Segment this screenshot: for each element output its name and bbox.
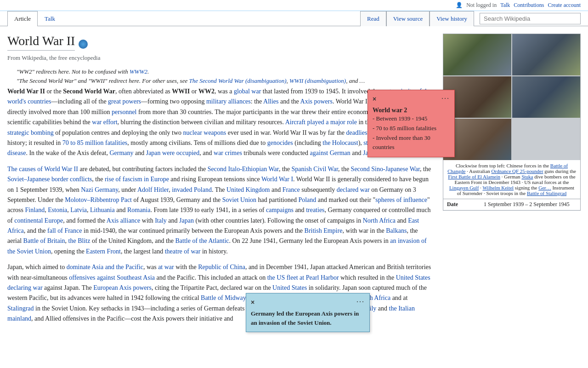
talk-link[interactable]: Talk: [500, 2, 510, 9]
popup-red-close-button[interactable]: ×: [373, 95, 376, 103]
infobox-label-date: Date: [443, 199, 480, 210]
war-effort-link[interactable]: war effort: [92, 119, 117, 126]
tab-read[interactable]: Read: [360, 11, 386, 26]
contributions-link[interactable]: Contributions: [514, 2, 544, 9]
lingayen-link[interactable]: Lingayen Gulf: [449, 185, 479, 190]
disease-link[interactable]: disease: [7, 150, 26, 156]
personnel-link[interactable]: personnel: [112, 109, 136, 115]
holocaust-link[interactable]: the Holocaust: [322, 139, 358, 146]
republic-china-link[interactable]: Republic of China: [198, 264, 245, 270]
north-africa-link[interactable]: North Africa: [363, 217, 396, 224]
create-account-link[interactable]: Create account: [548, 2, 581, 9]
battle-midway-link[interactable]: Battle of Midway: [201, 294, 246, 301]
battle-atlantic-link[interactable]: Battle of the Atlantic: [175, 237, 229, 244]
declared-war-link[interactable]: declared war: [337, 186, 370, 193]
fall-of-france-link[interactable]: fall of France: [47, 227, 82, 234]
fascism-link[interactable]: rise of fascism in Europe: [105, 176, 169, 183]
balkans-link[interactable]: Balkans: [386, 227, 407, 234]
popup-red-line-3: - Involved more than 30 countries: [373, 133, 450, 153]
strategic-bombing-link[interactable]: strategic bombing: [7, 129, 54, 136]
soviet-japanese-link[interactable]: Soviet–Japanese border conflicts: [7, 176, 92, 183]
surrender-link[interactable]: Ger…: [538, 185, 551, 190]
second-ww-bold: Second World War: [63, 88, 115, 95]
against-german-link[interactable]: against German: [310, 150, 351, 156]
allies-link[interactable]: Allies: [263, 98, 278, 105]
dominate-asia-link[interactable]: dominate Asia and the Pacific: [67, 264, 143, 270]
popup-red-dots-button[interactable]: ···: [441, 95, 450, 103]
romania-link[interactable]: Romania: [127, 207, 151, 213]
eastern-front-link[interactable]: Eastern Front: [86, 248, 121, 255]
japan2-link[interactable]: Japan: [179, 217, 194, 224]
finland-link[interactable]: Finland: [25, 207, 45, 213]
nuclear-weapons-link[interactable]: nuclear weapons: [183, 129, 226, 136]
stuka-link[interactable]: Stuka: [521, 174, 533, 179]
popup-red-title: World war 2: [373, 107, 450, 114]
battle-stalingrad-link[interactable]: Battle of Stalingrad: [527, 190, 566, 196]
infobox-row-date: Date 1 September 1939 – 2 September 1945: [443, 199, 580, 210]
spanish-civil-war-link[interactable]: Spanish Civil War: [292, 166, 339, 172]
treaties-link[interactable]: treaties: [306, 207, 324, 213]
tab-view-source[interactable]: View source: [386, 11, 430, 26]
france-link[interactable]: France: [283, 186, 300, 193]
infobox-caption-text: Clockwise from top left: Chinese forces …: [447, 163, 576, 196]
paragraph-2: The causes of World War II are debated, …: [7, 164, 434, 257]
campaigns-link[interactable]: campaigns: [266, 207, 294, 213]
war-crimes-link[interactable]: war crimes: [214, 150, 242, 156]
italy-link[interactable]: Italy: [155, 217, 167, 224]
united-states-link[interactable]: United States: [272, 284, 307, 291]
molotov-link[interactable]: Molotov–Ribbentrop Pact: [65, 196, 132, 203]
tab-talk[interactable]: Talk: [38, 11, 62, 26]
axis-alliance-link[interactable]: Axis alliance: [107, 217, 140, 224]
at-war-link[interactable]: at war: [158, 264, 174, 270]
great-powers-link[interactable]: great powers: [108, 98, 141, 105]
sino-japanese-link[interactable]: Second Sino-Japanese War: [351, 166, 420, 172]
popup-blue-close-button[interactable]: ×: [251, 299, 254, 306]
aircraft-link[interactable]: Aircraft played a major role: [285, 119, 357, 126]
genocides-link[interactable]: genocides: [267, 139, 293, 146]
british-empire-link[interactable]: British Empire: [305, 227, 343, 234]
italo-ethiopian-link[interactable]: Second Italo-Ethiopian War: [208, 166, 279, 172]
fatalities-link[interactable]: 70 to 85 million fatalities: [62, 139, 128, 146]
hatnote-1: "WW2" redirects here. Not to be confused…: [7, 68, 434, 75]
uk-link[interactable]: United Kingdom: [226, 186, 270, 193]
disambiguation-link-1[interactable]: The Second World War (disambiguation): [189, 77, 286, 84]
lithuania-link[interactable]: Lithuania: [90, 207, 115, 213]
axis-powers-link[interactable]: Axis powers: [300, 98, 333, 105]
spheres-link[interactable]: spheres of influence: [375, 196, 427, 203]
infobox-images: [443, 34, 580, 160]
top-bar: 👤 Not logged in Talk Contributions Creat…: [0, 0, 588, 11]
popup-red-line-2: - 70 to 85 million fatalities: [373, 124, 450, 133]
ordnance-link[interactable]: Ordnance QF 25-pounder: [492, 168, 543, 174]
battle-britain-link[interactable]: Battle of Britain: [23, 237, 65, 244]
germany-link[interactable]: Germany: [109, 150, 133, 156]
theatre-link[interactable]: theatre of war: [165, 248, 201, 255]
estonia-link[interactable]: Estonia: [48, 207, 67, 213]
japan-link[interactable]: Japan were occupied: [146, 150, 200, 156]
stalingrad-link[interactable]: Stalingrad: [7, 305, 34, 312]
pearl-harbor-link[interactable]: the US fleet at Pearl Harbor: [267, 274, 339, 281]
first-battle-link[interactable]: First Battle of El Alamein: [448, 174, 500, 179]
search-input[interactable]: [480, 13, 581, 24]
global-war-link[interactable]: global war: [234, 88, 261, 95]
www2-link[interactable]: WWW2: [130, 68, 147, 75]
keitel-link[interactable]: Wilhelm Keitel: [482, 185, 514, 190]
tab-article[interactable]: Article: [7, 11, 38, 26]
article-content: World War II From Wikipedia, the free en…: [7, 34, 443, 330]
blitz-link[interactable]: the Blitz: [68, 237, 90, 244]
popup-blue-dots-button[interactable]: ···: [356, 298, 365, 306]
hitler-link[interactable]: Adolf Hitler: [137, 186, 169, 193]
poland-link[interactable]: Poland: [298, 196, 316, 203]
latvia-link[interactable]: Latvia: [70, 207, 87, 213]
disambiguation-link-2[interactable]: WWII (disambiguation): [289, 77, 346, 84]
offensives-link[interactable]: offensives against Southeast Asia: [69, 274, 155, 281]
tab-view-history[interactable]: View history: [430, 11, 474, 26]
military-alliances-link[interactable]: military alliances: [206, 98, 251, 105]
ww1-link[interactable]: World War I: [261, 176, 293, 183]
invaded-poland-link[interactable]: invaded Poland: [172, 186, 212, 193]
nazi-germany-link[interactable]: Nazi Germany: [81, 186, 118, 193]
causes-link[interactable]: The causes of World War II: [7, 166, 78, 172]
soviet-union-link[interactable]: Soviet Union: [222, 196, 256, 203]
european-axis-link[interactable]: European Axis powers: [93, 284, 152, 291]
continental-europe-link[interactable]: continental Europe: [14, 217, 63, 224]
article-title-row: World War II: [7, 34, 434, 54]
